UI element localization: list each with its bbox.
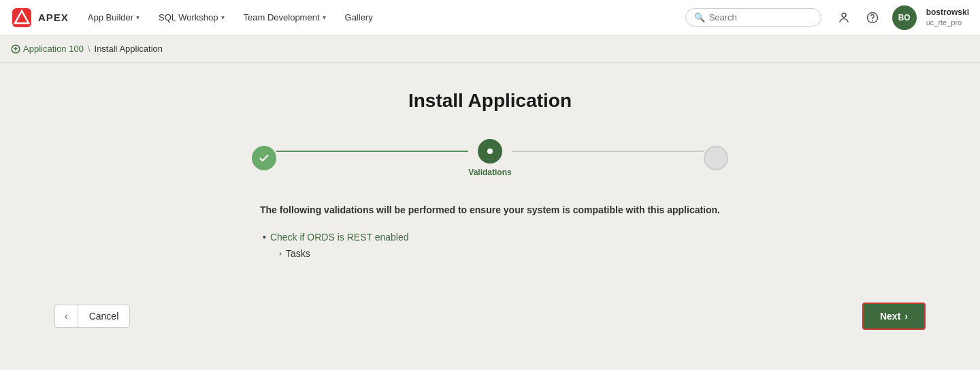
svg-point-4: [872, 20, 872, 21]
active-dot: [487, 148, 493, 155]
main-content: Install Application Validations: [0, 63, 980, 343]
top-navigation: APEX App Builder ▾ SQL Workshop ▾ Team D…: [0, 0, 980, 35]
next-button[interactable]: Next ›: [862, 303, 926, 330]
breadcrumb-app-link[interactable]: Application 100: [11, 44, 84, 54]
user-menu-icon[interactable]: [832, 6, 855, 29]
upload-icon: [11, 44, 20, 54]
nav-app-builder[interactable]: App Builder ▾: [80, 8, 148, 27]
question-icon: [866, 12, 879, 24]
apex-logo[interactable]: APEX: [11, 7, 69, 29]
tasks-chevron-icon: ›: [279, 249, 282, 258]
back-button[interactable]: ‹: [54, 305, 78, 328]
apex-logo-text: APEX: [38, 12, 69, 23]
validation-item-1: • Check if ORDS is REST enabled: [252, 232, 728, 243]
wizard-step-2: Validations: [468, 139, 511, 177]
wizard-line-2: [512, 151, 704, 152]
person-icon: [838, 12, 850, 24]
wizard-line-1: [276, 151, 468, 152]
svg-point-2: [842, 13, 846, 17]
description-text: The following validations will be perfor…: [260, 204, 720, 215]
help-icon[interactable]: [861, 6, 884, 29]
nav-team-development[interactable]: Team Development ▾: [235, 8, 334, 27]
user-name: bostrowski: [926, 7, 969, 18]
validation-link-1[interactable]: Check if ORDS is REST enabled: [270, 232, 409, 243]
bottom-actions: ‹ Cancel Next ›: [14, 286, 966, 330]
validation-section: • Check if ORDS is REST enabled › Tasks: [252, 232, 728, 259]
search-input[interactable]: [709, 12, 804, 22]
sql-workshop-chevron: ▾: [221, 14, 225, 21]
nav-icons: BO bostrowski uc_rte_pro: [832, 5, 969, 30]
tasks-label: Tasks: [286, 248, 310, 259]
step-3-circle: [704, 146, 728, 170]
wizard-step-3: [704, 146, 728, 170]
user-role: uc_rte_pro: [926, 18, 969, 27]
search-box[interactable]: 🔍: [685, 8, 821, 27]
step-2-circle: [478, 139, 502, 164]
breadcrumb-separator: \: [88, 44, 91, 54]
nav-sql-workshop[interactable]: SQL Workshop ▾: [150, 8, 232, 27]
cancel-button[interactable]: Cancel: [78, 305, 131, 328]
breadcrumb-current: Install Application: [95, 44, 163, 54]
left-actions: ‹ Cancel: [54, 305, 130, 328]
team-dev-chevron: ▾: [323, 14, 326, 21]
user-info: bostrowski uc_rte_pro: [926, 7, 969, 28]
page-title: Install Application: [408, 90, 572, 112]
wizard-step-1: [252, 146, 276, 170]
wizard-steps: Validations: [252, 139, 728, 177]
search-icon: 🔍: [694, 12, 705, 22]
nav-gallery[interactable]: Gallery: [337, 8, 381, 27]
apex-logo-icon: [11, 7, 33, 29]
bullet: •: [263, 232, 266, 243]
user-avatar[interactable]: BO: [892, 5, 917, 30]
tasks-row[interactable]: › Tasks: [252, 248, 728, 259]
step-2-label: Validations: [468, 168, 511, 177]
step-1-circle: [252, 146, 276, 170]
svg-point-7: [487, 149, 493, 154]
app-builder-chevron: ▾: [136, 14, 140, 21]
breadcrumb: Application 100 \ Install Application: [0, 35, 980, 63]
checkmark-icon: [258, 152, 270, 164]
